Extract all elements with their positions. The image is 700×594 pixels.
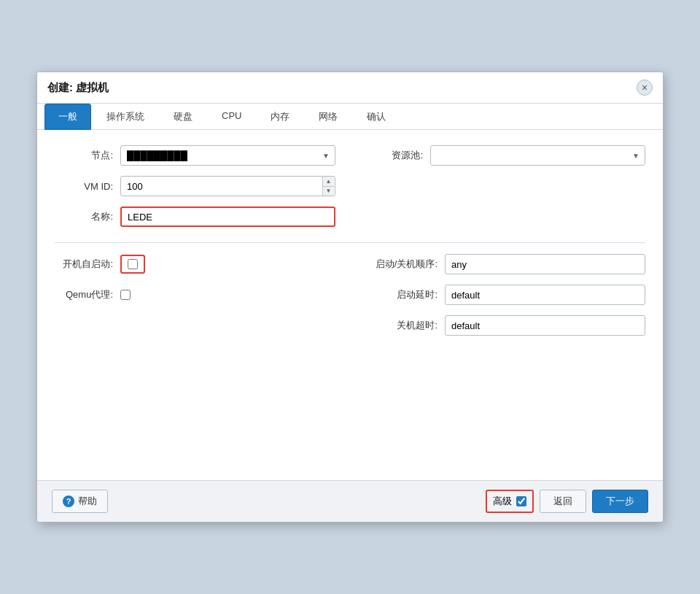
name-input[interactable] — [120, 207, 335, 227]
vm-id-arrows: ▲ ▼ — [322, 177, 334, 196]
advanced-section: 高级 — [486, 490, 534, 513]
empty-row-2 — [365, 206, 645, 228]
qemu-agent-checkbox[interactable] — [120, 290, 131, 300]
help-icon: ? — [63, 495, 74, 507]
qemu-agent-row: Qemu代理: — [55, 284, 335, 306]
form-divider — [55, 242, 645, 243]
footer-right: 高级 返回 下一步 — [486, 490, 648, 513]
auto-start-label: 开机自启动: — [55, 258, 120, 271]
dialog-footer: ? 帮助 高级 返回 下一步 — [37, 480, 663, 522]
vm-id-label: VM ID: — [55, 181, 120, 192]
boot-delay-control — [445, 285, 645, 305]
auto-start-control — [120, 255, 335, 274]
vm-id-row: VM ID: ▲ ▼ — [55, 175, 335, 197]
close-button[interactable]: × — [637, 80, 653, 96]
auto-start-checkbox[interactable] — [128, 259, 138, 269]
boot-delay-row: 启动延时: — [365, 284, 645, 306]
tab-bar: 一般 操作系统 硬盘 CPU 内存 网络 确认 — [37, 104, 663, 130]
boot-order-label: 启动/关机顺序: — [365, 258, 445, 271]
tab-network[interactable]: 网络 — [305, 104, 351, 130]
title-bar: 创建: 虚拟机 × — [37, 72, 663, 104]
name-label: 名称: — [55, 210, 120, 223]
name-row: 名称: — [55, 206, 335, 228]
tab-confirm[interactable]: 确认 — [353, 104, 400, 130]
help-label: 帮助 — [78, 495, 97, 508]
tab-os[interactable]: 操作系统 — [93, 104, 158, 130]
boot-order-row: 启动/关机顺序: — [365, 253, 645, 275]
resource-pool-label: 资源池: — [365, 149, 430, 162]
node-select-wrapper: █████████ ▼ — [120, 145, 335, 166]
resource-pool-row: 资源池: ▼ — [365, 144, 645, 166]
resource-pool-select[interactable] — [430, 145, 645, 166]
vm-id-number-wrapper: ▲ ▼ — [120, 176, 335, 196]
boot-delay-input[interactable] — [445, 285, 645, 305]
qemu-agent-checkbox-wrapper — [120, 290, 335, 300]
back-button[interactable]: 返回 — [540, 490, 586, 513]
qemu-agent-control — [120, 290, 335, 300]
vm-id-down-arrow-icon[interactable]: ▼ — [322, 187, 334, 196]
tab-cpu[interactable]: CPU — [208, 104, 255, 130]
tab-memory[interactable]: 内存 — [257, 104, 303, 130]
node-control: █████████ ▼ — [120, 145, 335, 166]
empty-row-3 — [55, 315, 335, 336]
qemu-agent-label: Qemu代理: — [55, 288, 120, 301]
auto-start-highlighted — [120, 255, 145, 274]
boot-delay-label: 启动延时: — [365, 288, 445, 301]
auto-start-row: 开机自启动: — [55, 253, 335, 275]
advanced-checkbox[interactable] — [516, 496, 526, 506]
next-button[interactable]: 下一步 — [592, 490, 648, 513]
boot-order-control — [445, 254, 645, 274]
resource-pool-control: ▼ — [430, 145, 645, 166]
shutdown-timeout-label: 关机超时: — [365, 319, 445, 332]
help-button[interactable]: ? 帮助 — [52, 490, 108, 513]
shutdown-timeout-row: 关机超时: — [365, 315, 645, 336]
empty-row-1 — [365, 175, 645, 197]
advanced-label: 高级 — [493, 495, 512, 508]
name-control — [120, 207, 335, 227]
tab-disk[interactable]: 硬盘 — [160, 104, 206, 130]
form-grid: 节点: █████████ ▼ 资源池: — [55, 144, 645, 345]
vm-id-control: ▲ ▼ — [120, 176, 335, 196]
footer-left: ? 帮助 — [52, 490, 108, 513]
node-row: 节点: █████████ ▼ — [55, 144, 335, 166]
vm-id-input[interactable] — [120, 176, 335, 196]
dialog-body: 节点: █████████ ▼ 资源池: — [37, 130, 663, 480]
resource-pool-select-wrapper: ▼ — [430, 145, 645, 166]
shutdown-timeout-input[interactable] — [445, 315, 645, 336]
shutdown-timeout-control — [445, 315, 645, 336]
tab-general[interactable]: 一般 — [44, 104, 91, 130]
create-vm-dialog: 创建: 虚拟机 × 一般 操作系统 硬盘 CPU 内存 网络 确认 节点: ██… — [36, 72, 664, 522]
node-select[interactable]: █████████ — [120, 145, 335, 166]
dialog-title: 创建: 虚拟机 — [47, 81, 109, 95]
boot-order-input[interactable] — [445, 254, 645, 274]
node-label: 节点: — [55, 149, 120, 162]
vm-id-up-arrow-icon[interactable]: ▲ — [322, 177, 334, 187]
